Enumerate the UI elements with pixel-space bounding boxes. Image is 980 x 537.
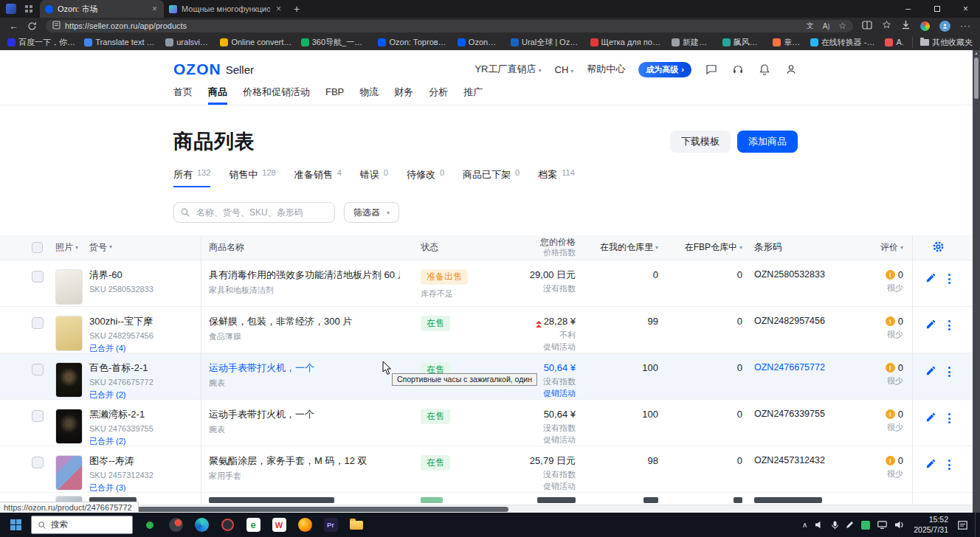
store-selector[interactable]: YR工厂直销店▾	[475, 63, 541, 76]
vertical-scrollbar[interactable]: ▲	[973, 50, 980, 505]
merged-link[interactable]: 已合并 (2)	[89, 436, 201, 446]
app-icon-6[interactable]: W	[268, 513, 290, 537]
start-button[interactable]	[0, 513, 31, 537]
bookmark-item[interactable]: 在线转换器 - 免费...	[810, 37, 877, 48]
barcode-link[interactable]: OZN2476675772	[742, 362, 860, 399]
back-icon[interactable]: ←	[9, 21, 18, 31]
more-menu-icon[interactable]: ···	[960, 21, 971, 31]
favorites-icon[interactable]	[882, 19, 891, 32]
edit-icon[interactable]	[925, 458, 936, 471]
product-name[interactable]: 运动手表带打火机，一个	[209, 409, 400, 421]
row-menu-icon[interactable]	[948, 365, 950, 377]
browser-tab-inactive[interactable]: Мощные многофункциональнь... ×	[164, 0, 288, 18]
app-icon-5[interactable]: e	[242, 513, 264, 537]
filter-tab-archive[interactable]: 档案114	[538, 168, 575, 187]
col-sku[interactable]: 货号▾	[89, 242, 201, 254]
minimize-button[interactable]: –	[894, 0, 922, 18]
col-rating[interactable]: 评价▾	[860, 241, 912, 254]
pen-icon[interactable]	[846, 521, 854, 529]
file-explorer-icon[interactable]	[345, 513, 368, 537]
edit-icon[interactable]	[925, 319, 936, 332]
speaker-icon[interactable]	[815, 521, 824, 529]
filter-tab-errors[interactable]: 错误0	[360, 168, 388, 187]
filter-tab-unlisted[interactable]: 商品已下架0	[463, 168, 520, 187]
window-logo-icon[interactable]	[4, 3, 18, 15]
read-aloud-icon[interactable]: A)	[823, 22, 829, 30]
display-cast-icon[interactable]	[877, 521, 887, 529]
bookmark-item[interactable]: 飙风净官网	[722, 37, 765, 48]
promo-link[interactable]: 促销活动	[511, 342, 576, 352]
taskbar-clock[interactable]: 15:52 2025/7/31	[914, 515, 948, 535]
merged-link[interactable]: 已合并 (3)	[89, 482, 201, 493]
filter-tab-ready[interactable]: 准备销售4	[294, 168, 342, 187]
tab-close-icon[interactable]: ×	[151, 4, 159, 14]
show-desktop-button[interactable]	[975, 513, 978, 537]
profile-icon[interactable]	[784, 63, 798, 76]
taskbar-search[interactable]: 搜索	[31, 516, 133, 534]
row-checkbox[interactable]	[32, 410, 44, 422]
new-tab-button[interactable]: +	[288, 3, 306, 15]
firefox-app-icon[interactable]	[294, 513, 316, 537]
product-name[interactable]: 保鲜膜，包装，非常经济，300 片	[209, 316, 400, 328]
nav-analytics[interactable]: 分析	[429, 83, 448, 105]
filter-tab-selling[interactable]: 销售中128	[229, 168, 275, 187]
chat-icon[interactable]	[705, 63, 718, 76]
vertical-scrollbar-thumb[interactable]	[974, 58, 979, 99]
tab-actions-icon[interactable]	[22, 3, 35, 15]
language-selector[interactable]: CH▾	[555, 64, 574, 75]
row-menu-icon[interactable]	[948, 458, 950, 470]
nav-fbp[interactable]: FBP	[325, 83, 344, 105]
bookmark-item[interactable]: Ozon: Торговая пл...	[378, 38, 448, 46]
bookmark-item[interactable]: Online converter - c...	[220, 38, 291, 46]
edge-app-icon[interactable]	[190, 513, 213, 537]
premiere-app-icon[interactable]: Pr	[320, 513, 342, 537]
filter-tab-all[interactable]: 所有132	[173, 168, 210, 187]
tray-expand-icon[interactable]: ∧	[802, 521, 807, 529]
promo-link[interactable]: 促销活动	[511, 434, 576, 445]
product-photo[interactable]	[55, 269, 83, 305]
bookmark-item[interactable]: 百度一下，你就知道	[7, 37, 75, 48]
bookmark-item[interactable]: 新建标签页	[672, 37, 714, 48]
product-photo[interactable]	[55, 362, 83, 398]
row-checkbox[interactable]	[32, 457, 44, 468]
microphone-icon[interactable]	[832, 521, 838, 530]
row-checkbox[interactable]	[32, 364, 44, 375]
refresh-icon[interactable]	[27, 21, 37, 31]
product-name[interactable]: 具有消毒作用的强效多功能清洁地板片剂 60 片。	[209, 269, 400, 282]
horizontal-scrollbar[interactable]	[0, 505, 973, 513]
product-name-link[interactable]: 运动手表带打火机，一个	[209, 362, 400, 375]
merged-link[interactable]: 已合并 (2)	[89, 389, 201, 400]
edit-icon[interactable]	[925, 365, 936, 378]
col-photo[interactable]: 照片▾	[55, 241, 89, 254]
extension-icon[interactable]	[920, 21, 930, 31]
split-screen-icon[interactable]	[862, 19, 872, 32]
profile-avatar[interactable]	[939, 21, 950, 32]
translate-icon[interactable]: 文	[807, 21, 814, 31]
nav-logistics[interactable]: 物流	[359, 83, 379, 105]
row-menu-icon[interactable]	[948, 412, 950, 423]
download-template-button[interactable]: 下载模板	[670, 131, 731, 153]
bookmark-item[interactable]: 360导航_一个主页...	[301, 37, 370, 48]
bookmark-item[interactable]: Translate text from i...	[84, 38, 156, 46]
tab-close-icon[interactable]: ×	[275, 4, 283, 14]
row-checkbox[interactable]	[32, 271, 44, 283]
url-text[interactable]: https://seller.ozon.ru/app/products	[65, 21, 802, 30]
product-photo[interactable]	[55, 455, 83, 491]
bell-icon[interactable]	[758, 63, 771, 76]
site-info-icon[interactable]	[52, 21, 61, 31]
product-photo[interactable]	[55, 316, 83, 351]
browser-tab-active[interactable]: Ozon: 市场 ×	[40, 0, 164, 18]
filter-tab-to-fix[interactable]: 待修改0	[407, 168, 444, 187]
row-menu-icon[interactable]	[948, 319, 950, 330]
product-name[interactable]: 聚氨酯涂层，家务手套，M 码，12 双	[209, 455, 400, 468]
ozon-logo[interactable]: OZON	[173, 60, 221, 78]
headset-icon[interactable]	[731, 63, 745, 76]
nav-home[interactable]: 首页	[173, 83, 193, 105]
bookmark-item[interactable]: Ural全球 | Ozon Help	[511, 37, 582, 48]
edit-icon[interactable]	[925, 412, 936, 425]
bookmark-item[interactable]: AD	[885, 38, 903, 46]
close-button[interactable]: ×	[951, 0, 980, 18]
app-icon-1[interactable]	[139, 513, 161, 537]
promo-link[interactable]: 促销活动	[511, 481, 576, 491]
bookmark-item[interactable]: 章鱼AI	[773, 37, 801, 48]
